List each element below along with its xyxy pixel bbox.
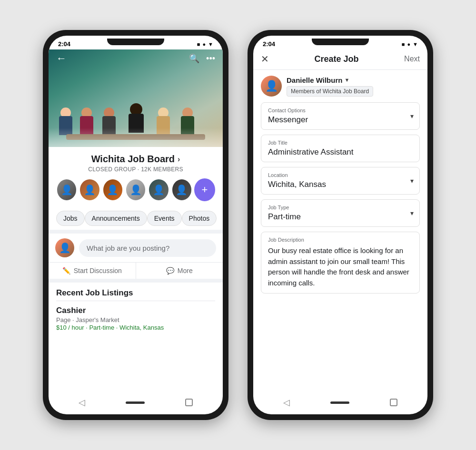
tab-photos[interactable]: Photos xyxy=(182,211,217,226)
search-button[interactable]: 🔍 xyxy=(189,53,199,64)
action-row: ✏️ Start Discussion 💬 More xyxy=(49,262,223,279)
more-options-button[interactable]: ••• xyxy=(206,54,215,64)
start-discussion-label: Start Discussion xyxy=(74,267,122,274)
job-company: Page · Jasper's Market xyxy=(56,316,215,323)
tab-announcements[interactable]: Announcements xyxy=(85,211,147,226)
wifi-icon-2: ● xyxy=(407,41,410,47)
location-value: Wichita, Kansas xyxy=(268,180,413,189)
close-button[interactable]: ✕ xyxy=(261,53,269,65)
job-type-value: Part-time xyxy=(268,212,413,222)
avatar-3: 👤 xyxy=(102,178,123,201)
avatar-2: 👤 xyxy=(79,178,100,201)
post-input[interactable]: What job are you posting? xyxy=(79,239,216,257)
status-icons-1: ■ ● ▼ xyxy=(197,41,213,47)
contact-options-chevron: ▾ xyxy=(410,112,414,120)
group-name: Wichita Job Board › xyxy=(56,154,215,165)
poster-group[interactable]: Members of Wichita Job Board xyxy=(287,86,373,97)
poster-row: 👤 Danielle Wilburn ▼ Members of Wichita … xyxy=(253,70,427,102)
divider-1 xyxy=(49,230,223,234)
wifi-icon: ● xyxy=(202,41,206,47)
back-button[interactable]: ← xyxy=(56,52,67,65)
signal-icon-2: ▼ xyxy=(413,41,418,47)
next-button[interactable]: Next xyxy=(404,55,420,63)
job-title-label: Job Title xyxy=(268,140,413,146)
contact-options-label: Contact Options xyxy=(268,108,413,113)
post-box: 👤 What job are you posting? xyxy=(49,234,223,262)
recents-icon[interactable] xyxy=(185,399,193,406)
back-nav-icon-2[interactable]: ◁ xyxy=(283,397,290,408)
avatar-6: 👤 xyxy=(171,178,192,201)
job-description-value: Our busy real estate office is looking f… xyxy=(268,245,413,288)
status-icons-2: ■ ● ▼ xyxy=(402,41,418,47)
member-avatars: 👤 👤 👤 👤 👤 👤 + xyxy=(56,178,215,201)
group-info: Wichita Job Board › CLOSED GROUP · 12K M… xyxy=(49,147,223,207)
home-indicator-2 xyxy=(330,401,349,404)
home-indicator xyxy=(126,401,145,404)
dropdown-caret: ▼ xyxy=(344,77,349,83)
modal-title: Create Job xyxy=(315,54,359,64)
job-type-chevron: ▾ xyxy=(410,209,414,217)
header-actions: 🔍 ••• xyxy=(189,53,215,64)
poster-info: Danielle Wilburn ▼ Members of Wichita Jo… xyxy=(287,76,373,97)
job-type-label: Job Type xyxy=(268,205,413,210)
battery-icon: ■ xyxy=(197,41,200,47)
section-title: Recent Job Listings xyxy=(49,283,223,301)
form-fields: Contact Options Messenger ▾ Job Title Ad… xyxy=(253,102,427,392)
job-description-field[interactable]: Job Description Our busy real estate off… xyxy=(261,232,420,293)
tabs-row: Jobs Announcements Events Photos xyxy=(49,207,223,230)
tab-events[interactable]: Events xyxy=(147,211,182,226)
modal-header: ✕ Create Job Next xyxy=(253,49,427,70)
job-title-field[interactable]: Job Title Administrative Assistant xyxy=(261,135,420,162)
nav-bar-1: ◁ xyxy=(49,392,223,414)
poster-avatar: 👤 xyxy=(261,76,282,97)
group-meta: CLOSED GROUP · 12K MEMBERS xyxy=(56,166,215,173)
avatar-1: 👤 xyxy=(56,178,77,201)
job-detail: $10 / hour · Part-time · Wichita, Kansas xyxy=(56,324,215,331)
phone-notch xyxy=(107,39,164,45)
job-type-field[interactable]: Job Type Part-time ▾ xyxy=(261,199,420,227)
location-chevron: ▾ xyxy=(410,177,414,185)
job-listing[interactable]: Cashier Page · Jasper's Market $10 / hou… xyxy=(49,301,223,336)
phone-2: 2:04 ■ ● ▼ ✕ Create Job Next 👤 Danielle … xyxy=(248,30,433,420)
phone-1: 2:04 ■ ● ▼ xyxy=(43,30,228,420)
battery-icon-2: ■ xyxy=(402,41,405,47)
phone-notch-2 xyxy=(312,39,369,45)
contact-options-field[interactable]: Contact Options Messenger ▾ xyxy=(261,102,420,130)
poster-name: Danielle Wilburn ▼ xyxy=(287,76,373,84)
nav-bar-2: ◁ xyxy=(253,392,427,414)
location-label: Location xyxy=(268,172,413,178)
more-button[interactable]: 💬 More xyxy=(136,263,223,279)
back-nav-icon[interactable]: ◁ xyxy=(79,397,85,408)
group-chevron: › xyxy=(178,155,180,164)
job-title: Cashier xyxy=(56,306,215,315)
status-time-2: 2:04 xyxy=(263,40,275,48)
tab-jobs[interactable]: Jobs xyxy=(56,211,85,226)
signal-icon: ▼ xyxy=(208,41,213,47)
add-avatar-button[interactable]: + xyxy=(194,178,215,201)
user-avatar: 👤 xyxy=(55,238,74,257)
avatar-5: 👤 xyxy=(148,178,169,201)
divider-2 xyxy=(49,279,223,283)
location-field[interactable]: Location Wichita, Kansas ▾ xyxy=(261,167,420,195)
job-description-label: Job Description xyxy=(268,237,413,243)
dots-icon: 💬 xyxy=(166,267,174,274)
contact-options-value: Messenger xyxy=(268,115,413,125)
job-title-value: Administrative Assistant xyxy=(268,147,413,157)
start-discussion-button[interactable]: ✏️ Start Discussion xyxy=(49,263,136,279)
more-label: More xyxy=(178,267,193,274)
pencil-icon: ✏️ xyxy=(62,267,70,274)
status-time-1: 2:04 xyxy=(58,40,70,48)
avatar-4: 👤 xyxy=(125,178,146,201)
recents-icon-2[interactable] xyxy=(390,399,397,406)
